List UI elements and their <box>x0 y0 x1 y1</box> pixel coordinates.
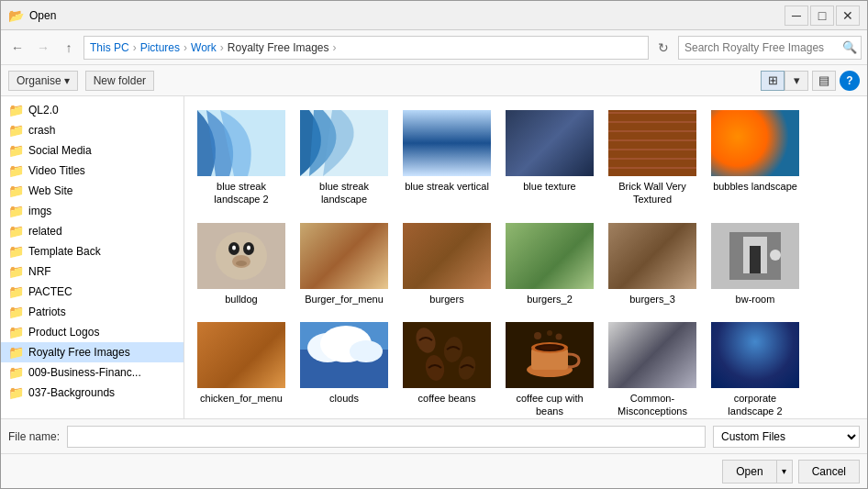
breadcrumb-pictures[interactable]: Pictures <box>140 41 180 54</box>
search-wrapper: 🔍 <box>678 36 862 60</box>
sidebar-item-imgs[interactable]: 📁imgs <box>1 201 184 221</box>
organise-button[interactable]: Organise ▾ <box>8 71 78 91</box>
breadcrumb-work[interactable]: Work <box>191 41 217 54</box>
sidebar-item-pactec[interactable]: 📁PACTEC <box>1 282 184 302</box>
sidebar-item-ql2.0[interactable]: 📁QL2.0 <box>1 100 184 120</box>
svg-point-7 <box>247 245 250 250</box>
filename-bar: File name: Custom FilesAll Files (*.*) <box>1 418 867 453</box>
svg-point-19 <box>350 340 383 362</box>
folder-icon: 📁 <box>8 103 24 117</box>
file-item[interactable]: clouds <box>295 316 394 418</box>
file-thumbnail <box>608 110 696 176</box>
search-input[interactable] <box>678 36 862 60</box>
new-folder-button[interactable]: New folder <box>85 71 154 91</box>
filename-input[interactable] <box>67 426 706 448</box>
file-thumbnail <box>506 223 594 289</box>
toolbar-left: Organise ▾ New folder <box>8 71 154 91</box>
file-name: blue streak vertical <box>405 180 489 193</box>
file-item[interactable]: coffee beans <box>397 316 496 418</box>
help-button[interactable]: ? <box>840 71 860 91</box>
file-item[interactable]: Burger_for_menu <box>295 217 394 312</box>
file-thumbnail <box>608 322 696 388</box>
sidebar-item-product-logos[interactable]: 📁Product Logos <box>1 322 184 342</box>
sidebar-item-label: 037-Backgrounds <box>28 386 115 399</box>
sidebar-item-009-business-financ...[interactable]: 📁009-Business-Financ... <box>1 362 184 383</box>
file-item[interactable]: burgers <box>397 217 496 312</box>
file-item[interactable]: burgers_2 <box>500 217 599 312</box>
sidebar-item-crash[interactable]: 📁crash <box>1 120 184 140</box>
view-icon-button[interactable]: ⊞ <box>761 71 785 91</box>
folder-icon: 📁 <box>8 143 24 158</box>
file-item[interactable]: coffee cup with beans <box>500 316 599 418</box>
breadcrumb[interactable]: This PC › Pictures › Work › Royalty Free… <box>83 36 649 60</box>
open-button[interactable]: Open <box>722 460 775 483</box>
file-item[interactable]: blue streak landscape <box>295 104 394 213</box>
folder-icon: 📁 <box>8 123 24 138</box>
sidebar-item-label: Social Media <box>28 144 92 157</box>
sidebar-item-label: Royalty Free Images <box>28 346 130 359</box>
sidebar-item-037-backgrounds[interactable]: 📁037-Backgrounds <box>1 383 184 403</box>
sidebar-item-patriots[interactable]: 📁Patriots <box>1 302 184 322</box>
forward-button[interactable]: → <box>32 37 54 59</box>
file-item[interactable]: blue texture <box>500 104 599 213</box>
sidebar-item-label: Product Logos <box>28 326 99 339</box>
file-name: blue streak landscape <box>299 180 389 206</box>
folder-icon: 📁 <box>8 365 24 380</box>
dialog-icon: 📂 <box>8 8 24 23</box>
close-button[interactable]: ✕ <box>836 6 860 26</box>
file-item[interactable]: blue streak vertical <box>397 104 496 213</box>
file-item[interactable]: bulldog <box>192 217 291 312</box>
file-name: bulldog <box>225 293 257 306</box>
file-item[interactable]: bubbles landscape <box>706 104 805 213</box>
sidebar-item-label: imgs <box>28 205 51 217</box>
file-thumbnail <box>300 223 388 289</box>
pane-button[interactable]: ▤ <box>812 71 836 91</box>
sidebar-item-template-back[interactable]: 📁Template Back <box>1 241 184 261</box>
svg-point-14 <box>770 250 781 261</box>
file-name: Common-Misconceptions <box>607 392 697 418</box>
file-item[interactable]: blue streak landscape 2 <box>192 104 291 213</box>
view-arrow-button[interactable]: ▾ <box>785 71 808 91</box>
back-button[interactable]: ← <box>6 37 28 59</box>
up-button[interactable]: ↑ <box>58 37 80 59</box>
sidebar-item-related[interactable]: 📁related <box>1 221 184 241</box>
sidebar-item-royalty-free-images[interactable]: 📁Royalty Free Images <box>1 342 184 362</box>
file-item[interactable]: Common-Misconceptions <box>603 316 702 418</box>
sidebar-item-web-site[interactable]: 📁Web Site <box>1 181 184 201</box>
sidebar-item-label: related <box>28 225 62 238</box>
file-item[interactable]: corporate landscape 2 <box>706 316 805 418</box>
file-item[interactable]: bw-room <box>706 217 805 312</box>
folder-icon: 📁 <box>8 385 24 400</box>
file-item[interactable]: burgers_3 <box>603 217 702 312</box>
folder-icon: 📁 <box>8 244 24 259</box>
sidebar-item-social-media[interactable]: 📁Social Media <box>1 140 184 161</box>
cancel-button[interactable]: Cancel <box>798 460 860 483</box>
file-name: Brick Wall Very Textured <box>607 180 697 206</box>
organise-arrow: ▾ <box>64 74 70 87</box>
toolbar: Organise ▾ New folder ⊞ ▾ ▤ ? <box>1 65 867 96</box>
file-item[interactable]: Brick Wall Very Textured <box>603 104 702 213</box>
titlebar: 📂 Open ─ □ ✕ <box>1 1 867 30</box>
minimize-button[interactable]: ─ <box>785 6 808 26</box>
breadcrumb-this-pc[interactable]: This PC <box>90 41 129 54</box>
open-dropdown-button[interactable]: ▾ <box>776 460 793 483</box>
file-item[interactable]: chicken_for_menu <box>192 316 291 418</box>
file-thumbnail <box>711 322 799 388</box>
file-thumbnail <box>711 110 799 176</box>
titlebar-controls: ─ □ ✕ <box>785 6 860 26</box>
maximize-button[interactable]: □ <box>810 6 834 26</box>
sidebar-item-nrf[interactable]: 📁NRF <box>1 261 184 282</box>
folder-icon: 📁 <box>8 345 24 360</box>
file-name: bw-room <box>736 293 775 306</box>
refresh-button[interactable]: ↻ <box>652 37 674 59</box>
toolbar-right: ⊞ ▾ ▤ ? <box>761 71 860 91</box>
titlebar-left: 📂 Open <box>8 8 56 23</box>
sidebar-item-video-titles[interactable]: 📁Video Titles <box>1 161 184 181</box>
file-name: chicken_for_menu <box>200 392 283 405</box>
file-name: burgers <box>429 293 463 306</box>
file-name: corporate landscape 2 <box>710 392 800 418</box>
breadcrumb-current: Royalty Free Images <box>228 41 329 54</box>
file-thumbnail <box>300 110 388 176</box>
filetype-select[interactable]: Custom FilesAll Files (*.*) <box>713 426 860 448</box>
file-thumbnail <box>403 223 491 289</box>
